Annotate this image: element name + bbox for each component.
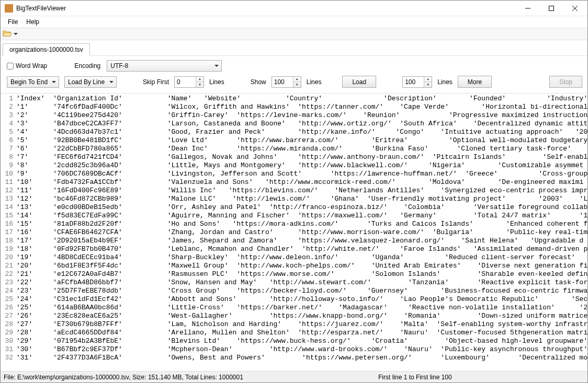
text-line: 10'9' '706DC7689DBcACf' 'Livingston, Jef… bbox=[1, 170, 587, 178]
line-text: '7' 'FEC6f6d7421fCD4' 'Gallegos, Novak a… bbox=[16, 153, 587, 161]
text-line: 24'23' '25D7F7eEBE78ddb' 'Cross Group' '… bbox=[1, 287, 587, 295]
line-number: 26 bbox=[1, 304, 16, 312]
line-number: 6 bbox=[1, 136, 16, 145]
line-number: 11 bbox=[1, 178, 16, 187]
show-input[interactable] bbox=[272, 77, 293, 87]
text-line: 31'30' 'B67Bbf2c9EF37Df' 'Mcpherson-Dean… bbox=[1, 345, 587, 354]
text-line: 5'4' '4Dcd663d47b37c1' 'Good, Frazier an… bbox=[1, 128, 587, 136]
text-line: 3'2' '4C119bee275d420' 'Griffin-Carey' '… bbox=[1, 111, 587, 120]
line-number: 30 bbox=[1, 337, 16, 345]
line-text: '21' 'e12C672A0aFd4B7' 'Rasmussen PLC' '… bbox=[16, 270, 587, 278]
options-row: Word Wrap Encoding UTF-8 bbox=[1, 56, 587, 74]
open-file-icon[interactable] bbox=[3, 30, 12, 38]
skip-first-label: Skip First bbox=[143, 78, 169, 86]
line-number: 22 bbox=[1, 270, 16, 278]
text-line: 27'26' '23Ec828eaCE6a25' 'West-Gallagher… bbox=[1, 312, 587, 320]
load-mode-select[interactable]: Load By Line bbox=[64, 76, 117, 88]
open-file-dropdown-icon[interactable] bbox=[14, 33, 18, 35]
line-text: '18' '0Fd92FB7bb0B470' 'Leblanc, Mcmahon… bbox=[16, 245, 587, 253]
spin-down-icon[interactable]: ▼ bbox=[293, 82, 301, 87]
text-line: 29'28' 'aEcdC4665DDdf84' 'Arellano, Mull… bbox=[1, 329, 587, 337]
window-title: BigTextFileViewer bbox=[16, 5, 516, 12]
line-number: 16 bbox=[1, 220, 16, 228]
text-line: 26'25' '614aB6BAA0bc86d' 'Little-Cross' … bbox=[1, 304, 587, 312]
line-text: '11' '16FdD400Fc96E89' 'Willis Inc' 'htt… bbox=[16, 187, 587, 195]
line-text: '12' 'bc46Fd872CBb989' 'Malone LLC' 'htt… bbox=[16, 195, 587, 203]
word-wrap-input[interactable] bbox=[7, 63, 14, 69]
direction-value: Begin To End bbox=[10, 78, 48, 86]
line-text: '13' 'e0cd00BDeB15edb' 'Orr, Ashley and … bbox=[16, 203, 587, 212]
line-text: '19' '4BD8CdECEc91ba4' 'Sharp-Buckley' '… bbox=[16, 253, 575, 262]
line-number: 1 bbox=[1, 95, 16, 103]
chevron-down-icon bbox=[109, 81, 114, 83]
load-mode-value: Load By Line bbox=[68, 78, 105, 86]
text-line: 32'31' '2F4377D3A6F1BcA' 'Owens, Best an… bbox=[1, 354, 587, 362]
more-stepper[interactable]: ▲▼ bbox=[402, 76, 432, 88]
minimize-button[interactable] bbox=[516, 1, 539, 16]
direction-select[interactable]: Begin To End bbox=[7, 76, 59, 88]
word-wrap-checkbox[interactable]: Word Wrap bbox=[7, 62, 47, 69]
menu-help[interactable]: Help bbox=[22, 17, 43, 27]
show-label: Show bbox=[251, 78, 266, 86]
line-text: '5' '92BB0Be481BD1fC' 'Love Ltd' 'http:/… bbox=[16, 136, 587, 145]
skip-first-stepper[interactable]: ▲▼ bbox=[174, 76, 204, 88]
menu-bar: File Help bbox=[1, 16, 587, 28]
action-row: Begin To End Load By Line Skip First ▲▼ … bbox=[1, 74, 587, 93]
line-number: 32 bbox=[1, 354, 16, 362]
spin-down-icon[interactable]: ▼ bbox=[424, 82, 432, 87]
encoding-value: UTF-8 bbox=[110, 62, 128, 69]
spin-up-icon[interactable]: ▲ bbox=[293, 77, 301, 82]
close-button[interactable] bbox=[563, 1, 586, 16]
text-line: 2'1' '74fc6fDadF400Dc' 'Wilcox, Griffith… bbox=[1, 103, 587, 111]
line-number: 18 bbox=[1, 237, 16, 245]
show-lines-label: Lines bbox=[307, 78, 322, 86]
text-scroll[interactable]: 1'Index' 'Organization Id' 'Name' 'Websi… bbox=[1, 94, 587, 371]
line-text: '29' '071954b2A3BfEbE' 'Blevins Ltd' 'ht… bbox=[16, 337, 587, 345]
line-text: '30' 'B67Bbf2c9EF37Df' 'Mcpherson-Dean' … bbox=[16, 345, 587, 354]
line-text: '31' '2F4377D3A6F1BcA' 'Owens, Best and … bbox=[16, 354, 587, 362]
more-input[interactable] bbox=[403, 77, 424, 87]
skip-lines-label: Lines bbox=[209, 78, 224, 86]
skip-first-input[interactable] bbox=[175, 77, 196, 87]
spin-down-icon[interactable]: ▼ bbox=[196, 82, 203, 87]
line-number: 29 bbox=[1, 329, 16, 337]
status-left: File: E:\work\temp\organizations-1000000… bbox=[1, 374, 378, 381]
app-icon bbox=[5, 4, 13, 13]
maximize-button[interactable] bbox=[539, 1, 563, 16]
spin-up-icon[interactable]: ▲ bbox=[424, 77, 432, 82]
line-text: '23' '25D7F7eEBE78ddb' 'Cross Group' 'ht… bbox=[16, 287, 587, 295]
toolbar bbox=[1, 28, 587, 40]
tab-file[interactable]: organizations-1000000.tsv bbox=[3, 43, 90, 56]
show-stepper[interactable]: ▲▼ bbox=[272, 76, 301, 88]
line-number: 27 bbox=[1, 312, 16, 320]
tab-strip: organizations-1000000.tsv bbox=[1, 40, 587, 56]
chevron-down-icon bbox=[214, 65, 219, 67]
line-number: 20 bbox=[1, 253, 16, 262]
menu-file[interactable]: File bbox=[4, 17, 22, 27]
line-number: 12 bbox=[1, 187, 16, 195]
line-number: 4 bbox=[1, 120, 16, 128]
text-line: 19'18' '0Fd92FB7bb0B470' 'Leblanc, Mcmah… bbox=[1, 245, 587, 253]
line-text: '28' 'aEcdC4665DDdf84' 'Arellano, Mullen… bbox=[16, 329, 587, 337]
title-bar: BigTextFileViewer bbox=[1, 1, 587, 16]
text-line: 23'22' 'aFCfbA4BD86bbf7' 'Snow, Hansen a… bbox=[1, 278, 587, 287]
text-line: 4'3' 'B47dbceC2CA3FF7' 'Larson, Castaned… bbox=[1, 120, 587, 128]
load-button[interactable]: Load bbox=[342, 76, 376, 88]
svg-rect-1 bbox=[549, 6, 553, 10]
encoding-select[interactable]: UTF-8 bbox=[107, 60, 222, 72]
text-line: 6'5' '92BB0Be481BD1fC' 'Love Ltd' 'http:… bbox=[1, 136, 587, 145]
line-text: '15' '81aDF88b2d2F20f' 'Ho and Sons' 'ht… bbox=[16, 220, 587, 228]
line-number: 9 bbox=[1, 161, 16, 170]
spin-up-icon[interactable]: ▲ bbox=[196, 77, 203, 82]
line-text: '16' 'CFAE6FB64627CFA' 'Zhang, Jordan an… bbox=[16, 228, 587, 237]
line-number: 31 bbox=[1, 345, 16, 354]
text-line: 20'19' '4BD8CdECEc91ba4' 'Sharp-Buckley'… bbox=[1, 253, 587, 262]
text-line: 18'17' '2D92015aEb4b9EF' 'James, Shepard… bbox=[1, 237, 587, 245]
more-button[interactable]: More bbox=[458, 76, 492, 88]
more-lines-label: Lines bbox=[437, 78, 453, 86]
line-text: '6' '22dCbBFD780a865' 'Dean Inc' 'https:… bbox=[16, 145, 587, 153]
line-number: 28 bbox=[1, 320, 16, 329]
line-number: 24 bbox=[1, 287, 16, 295]
encoding-label: Encoding bbox=[74, 62, 100, 69]
stop-button[interactable]: Stop bbox=[549, 76, 582, 88]
